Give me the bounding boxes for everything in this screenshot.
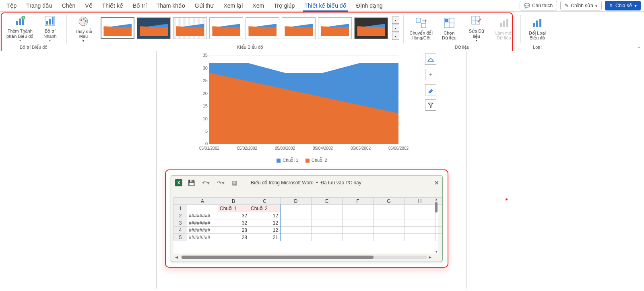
comments-button[interactable]: 💬 Chú thích bbox=[520, 1, 557, 10]
styles-scroll-down[interactable]: ▾ bbox=[392, 25, 399, 32]
cell[interactable]: 21 bbox=[249, 234, 281, 241]
tab-mailings[interactable]: Gửi thư bbox=[190, 0, 219, 11]
horizontal-scrollbar[interactable]: ◀ ▶ bbox=[175, 255, 433, 259]
cell[interactable] bbox=[187, 205, 218, 212]
change-colors-button[interactable]: Thay đổi Màu ▾ bbox=[71, 14, 96, 43]
cell[interactable]: 28 bbox=[218, 227, 249, 234]
spreadsheet-grid[interactable]: A B C D E F G H I 1 Chuỗi 1 Chuỗi bbox=[173, 197, 438, 254]
switch-row-col-button[interactable]: Chuyển đổi Hàng/Cột bbox=[408, 15, 434, 41]
save-icon[interactable]: 💾 bbox=[186, 180, 196, 186]
cell[interactable]: ######## bbox=[187, 234, 218, 241]
quick-layout-button[interactable]: Bố trí Nhanh ▾ bbox=[37, 13, 62, 43]
cell[interactable]: ######## bbox=[187, 227, 218, 234]
add-chart-element-button[interactable]: + Thêm Thành phần Biểu đồ ▾ bbox=[5, 13, 35, 43]
tab-references[interactable]: Tham khảo bbox=[152, 0, 190, 11]
cell[interactable] bbox=[280, 205, 312, 212]
select-data-button[interactable]: Chọn Dữ liệu bbox=[437, 15, 462, 41]
cell[interactable] bbox=[405, 205, 436, 212]
excel-data-window[interactable]: X 💾 ↶▾ ↷▾ ▦ Biểu đồ trong Microsoft Word… bbox=[171, 175, 443, 262]
cell[interactable]: 28 bbox=[218, 234, 249, 241]
tab-insert[interactable]: Chèn bbox=[57, 0, 80, 11]
col-header[interactable]: E bbox=[312, 198, 343, 205]
col-header[interactable]: C bbox=[249, 198, 281, 205]
col-header[interactable]: A bbox=[187, 198, 218, 205]
select-all-corner[interactable] bbox=[174, 198, 187, 205]
col-header[interactable]: G bbox=[374, 198, 405, 205]
cell[interactable]: ######## bbox=[187, 212, 218, 219]
chart-style-2[interactable] bbox=[137, 17, 171, 39]
y-tick: 30 bbox=[200, 66, 208, 70]
edit-data-label: Sửa Dữ liệu bbox=[469, 29, 484, 39]
undo-icon[interactable]: ↶▾ bbox=[200, 180, 211, 186]
col-header[interactable]: H bbox=[405, 198, 436, 205]
svg-rect-24 bbox=[503, 21, 505, 27]
edit-data-button[interactable]: Sửa Dữ liệu ▾ bbox=[464, 13, 489, 43]
close-button[interactable]: ✕ bbox=[434, 179, 439, 187]
col-header[interactable]: D bbox=[280, 198, 312, 205]
cell[interactable] bbox=[374, 205, 405, 212]
svg-rect-27 bbox=[536, 21, 538, 27]
edit-in-excel-icon[interactable]: ▦ bbox=[230, 180, 239, 186]
row-header[interactable]: 2 bbox=[174, 212, 187, 219]
refresh-icon bbox=[498, 16, 510, 30]
tab-help[interactable]: Trợ giúp bbox=[269, 0, 299, 11]
chart-elements-button[interactable]: ＋ bbox=[425, 69, 436, 80]
tab-chart-design[interactable]: Thiết kế biểu đồ bbox=[299, 0, 351, 11]
col-header[interactable]: B bbox=[218, 198, 249, 205]
layout-options-button[interactable] bbox=[425, 54, 436, 65]
chart-style-4[interactable] bbox=[209, 17, 243, 39]
chart-style-7[interactable] bbox=[318, 17, 352, 39]
tab-draw[interactable]: Vẽ bbox=[80, 0, 97, 11]
svg-rect-0 bbox=[16, 21, 18, 25]
tab-home[interactable]: Trang đầu bbox=[21, 0, 57, 11]
collapse-ribbon-button[interactable]: ⌄ bbox=[637, 44, 641, 49]
chart-style-1[interactable] bbox=[101, 17, 134, 39]
styles-more[interactable]: ▾ bbox=[392, 33, 399, 40]
share-icon: ⇪ bbox=[609, 3, 613, 8]
pencil-icon: ✎ bbox=[565, 3, 569, 8]
change-chart-type-button[interactable]: Đổi Loại Biểu đồ bbox=[525, 15, 550, 41]
row-header[interactable]: 3 bbox=[174, 219, 187, 227]
tab-file[interactable]: Tệp bbox=[2, 0, 21, 11]
chart-filters-button[interactable] bbox=[425, 99, 436, 111]
svg-rect-28 bbox=[539, 19, 541, 27]
cell[interactable]: 32 bbox=[218, 212, 249, 219]
tab-review[interactable]: Xem lại bbox=[219, 0, 248, 11]
tab-format[interactable]: Định dạng bbox=[351, 0, 388, 11]
cell[interactable] bbox=[312, 205, 343, 212]
chart-styles-button[interactable] bbox=[425, 84, 436, 95]
cell[interactable]: 32 bbox=[218, 219, 249, 227]
styles-scroll-up[interactable]: ▴ bbox=[392, 17, 399, 24]
cell[interactable] bbox=[343, 205, 374, 212]
row-header[interactable]: 4 bbox=[174, 227, 187, 234]
share-button[interactable]: ⇪ Chia sẻ ▾ bbox=[605, 1, 641, 10]
cell[interactable]: 12 bbox=[249, 212, 281, 219]
tab-design[interactable]: Thiết kế bbox=[97, 0, 128, 11]
tab-view[interactable]: Xem bbox=[248, 0, 269, 11]
group-type: Đổi Loại Biểu đồ Loại bbox=[522, 13, 552, 51]
svg-point-12 bbox=[85, 20, 87, 22]
select-data-icon bbox=[444, 16, 455, 30]
row-header[interactable]: 5 bbox=[174, 234, 187, 241]
embedded-chart[interactable]: 35 30 25 20 15 10 5 0 05/01/2002 05/02/2… bbox=[197, 55, 407, 164]
cell[interactable]: ######## bbox=[187, 219, 218, 227]
cell[interactable]: 12 bbox=[249, 219, 281, 227]
cell[interactable]: Chuỗi 1 bbox=[218, 205, 249, 212]
quick-layout-icon bbox=[44, 14, 56, 28]
cell[interactable]: Chuỗi 2 bbox=[249, 205, 281, 212]
tab-layout[interactable]: Bố trí bbox=[128, 0, 152, 11]
group-change-colors: Thay đổi Màu ▾ bbox=[68, 13, 98, 51]
col-header[interactable]: F bbox=[343, 198, 374, 205]
chart-style-6[interactable] bbox=[282, 17, 316, 39]
chevron-down-icon: ▾ bbox=[83, 39, 84, 43]
excel-saved-text: Đã lưu vào PC này bbox=[320, 180, 361, 186]
vertical-scrollbar[interactable]: ▴▾ bbox=[434, 197, 438, 254]
chart-style-5[interactable] bbox=[246, 17, 279, 39]
editing-mode-button[interactable]: ✎ Chỉnh sửa ▾ bbox=[560, 1, 602, 10]
chart-style-3[interactable] bbox=[173, 17, 207, 39]
redo-icon[interactable]: ↷▾ bbox=[215, 180, 226, 186]
row-header[interactable]: 1 bbox=[174, 205, 187, 212]
cell[interactable]: 12 bbox=[249, 227, 281, 234]
group-data-label: Dữ liệu bbox=[455, 45, 469, 50]
chart-style-8[interactable] bbox=[354, 17, 388, 39]
